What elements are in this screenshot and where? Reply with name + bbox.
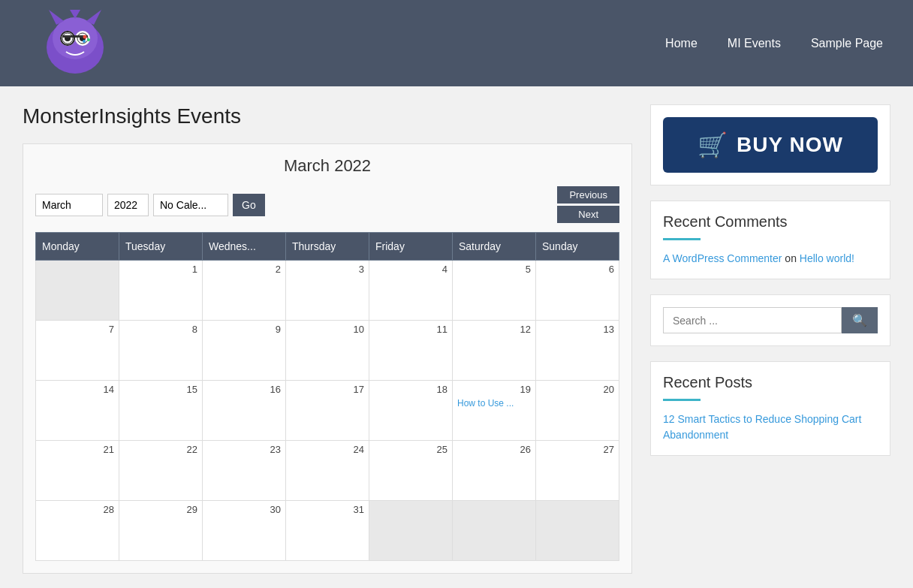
nav-home[interactable]: Home [665,37,698,50]
day-number: 28 [41,504,114,515]
sidebar: 🛒 BUY NOW Recent Comments A WordPress Co… [650,104,890,574]
nav-buttons: Previous Next [557,186,619,223]
calendar-cell: 19How to Use ... [453,381,536,441]
day-number: 15 [124,384,197,395]
calendar-cell: 8 [119,321,203,381]
calendar-cell: 13 [536,321,619,381]
recent-comments-title: Recent Comments [663,213,878,231]
svg-point-15 [83,40,86,43]
day-number: 22 [124,444,197,455]
day-number: 30 [207,504,281,515]
svg-marker-4 [70,10,80,19]
col-saturday: Saturday [453,233,536,261]
day-number: 18 [374,384,447,395]
col-tuesday: Tuesday [119,233,203,261]
calendar-cell [536,501,619,561]
calendar-cell: 27 [536,441,619,501]
day-number: 5 [457,264,531,275]
day-number: 7 [41,324,114,335]
col-monday: Monday [36,233,119,261]
calendar-controls: Go Previous Next [35,186,619,223]
commenter-link[interactable]: A WordPress Commenter [663,252,782,264]
calendar-cell: 28 [36,501,119,561]
search-button[interactable]: 🔍 [842,307,878,333]
calendar-cell: 6 [536,261,619,321]
page-title: MonsterInsights Events [23,104,632,128]
year-input[interactable] [107,194,149,216]
calendar-cell: 11 [369,321,453,381]
day-number: 8 [124,324,197,335]
calendar-cell: 30 [203,501,286,561]
comment-entry: A WordPress Commenter on Hello world! [663,251,878,267]
calendar-cell: 12 [453,321,536,381]
nav-mi-events[interactable]: MI Events [728,37,781,50]
day-number: 13 [541,324,614,335]
day-number: 6 [541,264,614,275]
calendar-container: March 2022 Go Previous Next Monday Tuesd… [23,143,632,574]
col-thursday: Thursday [286,233,369,261]
site-nav: Home MI Events Sample Page [665,37,883,50]
post-link-0[interactable]: 12 Smart Tactics to Reduce Shopping Cart… [663,413,861,441]
calendar-cell: 23 [203,441,286,501]
calendar-cell: 26 [453,441,536,501]
buy-now-banner[interactable]: 🛒 BUY NOW [663,117,878,173]
day-number: 12 [457,324,531,335]
svg-point-14 [87,38,90,41]
search-input[interactable] [663,307,842,333]
month-input[interactable] [35,194,103,216]
comment-post-link[interactable]: Hello world! [800,252,854,264]
site-header: Home MI Events Sample Page [0,0,913,86]
buy-now-widget: 🛒 BUY NOW [650,104,890,185]
next-button[interactable]: Next [557,206,619,223]
day-number: 1 [124,264,197,275]
buy-now-text: BUY NOW [737,133,843,157]
svg-point-13 [83,35,87,38]
day-number: 27 [541,444,614,455]
calendar-cell: 31 [286,501,369,561]
calendar-cell: 14 [36,381,119,441]
title-underline [663,238,701,240]
calendar-cell: 10 [286,321,369,381]
no-cale-input[interactable] [153,194,228,216]
calendar-cell [369,501,453,561]
calendar-cell: 18 [369,381,453,441]
calendar-cell: 1 [119,261,203,321]
event-link[interactable]: How to Use ... [457,398,531,409]
day-number: 31 [291,504,364,515]
day-number: 17 [291,384,364,395]
recent-comments-widget: Recent Comments A WordPress Commenter on… [650,201,890,279]
calendar-cell [453,501,536,561]
day-number: 21 [41,444,114,455]
comment-action: on [785,252,799,264]
day-number: 19 [457,384,531,395]
nav-sample-page[interactable]: Sample Page [811,37,883,50]
site-logo [30,6,120,81]
calendar-cell: 7 [36,321,119,381]
calendar-cell: 2 [203,261,286,321]
day-number: 14 [41,384,114,395]
calendar-cell: 29 [119,501,203,561]
recent-posts-title: Recent Posts [663,374,878,391]
day-number: 26 [457,444,531,455]
day-number: 10 [291,324,364,335]
calendar-cell: 3 [286,261,369,321]
day-number: 16 [207,384,281,395]
calendar-cell: 25 [369,441,453,501]
calendar-cell: 16 [203,381,286,441]
calendar-cell: 5 [453,261,536,321]
calendar-cell: 20 [536,381,619,441]
day-number: 4 [374,264,447,275]
calendar-grid: Monday Tuesday Wednes... Thursday Friday… [35,232,619,561]
day-number: 11 [374,324,447,335]
cart-icon: 🛒 [698,131,728,159]
logo-icon [41,10,109,77]
calendar-cell: 17 [286,381,369,441]
day-number: 3 [291,264,364,275]
main-wrapper: MonsterInsights Events March 2022 Go Pre… [0,86,913,588]
go-button[interactable]: Go [233,194,265,216]
col-wednesday: Wednes... [203,233,286,261]
calendar-title: March 2022 [35,156,619,176]
calendar-cell: 21 [36,441,119,501]
posts-title-underline [663,399,701,401]
prev-button[interactable]: Previous [557,186,619,204]
